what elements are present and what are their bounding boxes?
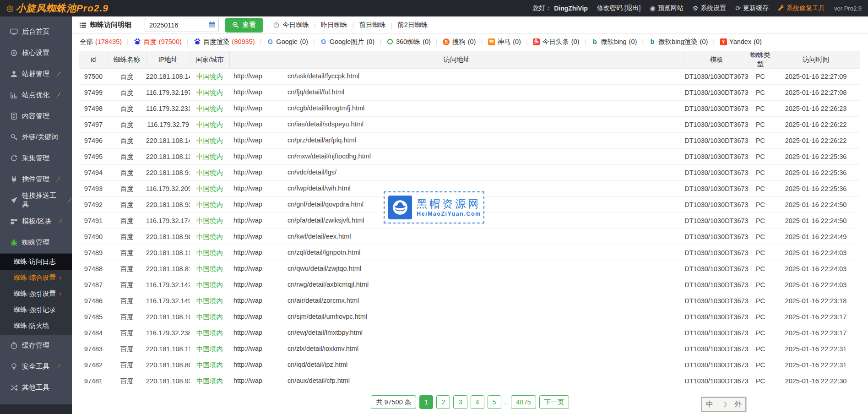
cell-visit-time: 2025-01-16 22:25:36 bbox=[772, 181, 860, 197]
sidebar-subitem-4[interactable]: 蜘蛛·防火墙 bbox=[0, 318, 72, 334]
sogou-icon: S bbox=[443, 38, 450, 45]
page-1[interactable]: 1 bbox=[419, 395, 433, 409]
update-cache-link[interactable]: ⟳ 更新缓存 bbox=[735, 4, 769, 12]
preview-site-link[interactable]: ◉ 预览网站 bbox=[650, 4, 684, 12]
filter-微软bing[interactable]: b 微软bing (0) bbox=[591, 38, 637, 46]
cell-template: DT1030/1030DT3673 bbox=[684, 261, 749, 277]
sidebar-item-13[interactable]: 其他工具 bbox=[0, 377, 72, 398]
quick-link-3[interactable]: 前2日蜘蛛 bbox=[397, 21, 428, 29]
filter-360蜘蛛[interactable]: 360蜘蛛 (0) bbox=[386, 38, 431, 46]
filter-separator: | bbox=[642, 38, 644, 45]
cell-id: 97498 bbox=[79, 101, 108, 117]
sidebar-item-5[interactable]: 外链/关键词 bbox=[0, 126, 72, 147]
table-row: 97484 百度 116.179.32.238 中国境内 http://wapc… bbox=[79, 325, 860, 341]
sidebar-item-1[interactable]: 核心设置 bbox=[0, 42, 72, 63]
system-settings-link[interactable]: ⚙ 系统设置 bbox=[693, 4, 727, 12]
magnifier-icon bbox=[232, 22, 239, 28]
sidebar-item-6[interactable]: 采集管理 bbox=[0, 147, 72, 169]
filter-separator: | bbox=[436, 38, 438, 45]
cell-id: 97481 bbox=[79, 373, 108, 389]
page-2[interactable]: 2 bbox=[436, 395, 450, 409]
quick-link-0[interactable]: 今日蜘蛛 bbox=[273, 21, 309, 29]
sidebar-subitem-0[interactable]: 蜘蛛·访问日志 bbox=[0, 254, 72, 270]
sidebar-item-11[interactable]: 缓存管理 bbox=[0, 335, 72, 356]
sidebar-item-10[interactable]: 蜘蛛管理 bbox=[0, 232, 72, 253]
sidebar-item-12[interactable]: 安全工具 bbox=[0, 356, 72, 377]
up-arrow-icon: ↑ bbox=[59, 274, 62, 282]
cell-template: DT1030/1030DT3673 bbox=[684, 325, 749, 341]
sidebar-item-3[interactable]: 站点优化 bbox=[0, 84, 72, 105]
filter-百度[interactable]: 百度 (97500) bbox=[134, 38, 182, 46]
toolbar: 蜘蛛访问明细 查看 今日蜘蛛|昨日蜘蛛|前日蜘蛛|前2日蜘蛛 bbox=[72, 16, 868, 34]
sidebar-item-0[interactable]: 后台首页 bbox=[0, 21, 72, 42]
filter-搜狗[interactable]: S 搜狗 (0) bbox=[443, 38, 476, 46]
filter-Google图片[interactable]: G Google图片 (0) bbox=[320, 38, 375, 46]
timer-icon bbox=[10, 342, 18, 349]
page-5[interactable]: 5 bbox=[488, 395, 501, 409]
filter-全部[interactable]: 全部 (178435) bbox=[80, 38, 122, 46]
ime-glyph-1[interactable]: ☽ bbox=[721, 400, 727, 409]
censored-domain bbox=[263, 344, 287, 354]
filter-Google[interactable]: G Google (0) bbox=[266, 38, 308, 45]
page-4[interactable]: 4 bbox=[471, 395, 484, 409]
sidebar-subitem-3[interactable]: 蜘蛛·强引记录 bbox=[0, 302, 72, 318]
sidebar-subitem-2[interactable]: 蜘蛛·强引设置 ↑ bbox=[0, 286, 72, 302]
filter-separator: | bbox=[481, 38, 483, 45]
filter-微软bing渲染[interactable]: b 微软bing渲染 (0) bbox=[649, 38, 708, 46]
page-3[interactable]: 3 bbox=[453, 395, 467, 409]
cell-visit-time: 2025-01-16 22:23:18 bbox=[772, 293, 860, 309]
cell-id: 97494 bbox=[79, 165, 108, 181]
cell-url: http://wapcn/ewj/detail/lmxtbpy.html bbox=[229, 325, 684, 341]
quick-links: 今日蜘蛛|昨日蜘蛛|前日蜘蛛|前2日蜘蛛 bbox=[273, 21, 428, 29]
cell-id: 97497 bbox=[79, 117, 108, 133]
spider-submenu: 蜘蛛·访问日志 蜘蛛·综合设置 ↑ 蜘蛛·强引设置 ↑ 蜘蛛·强引记录 蜘蛛·防… bbox=[0, 253, 72, 335]
sidebar-item-8[interactable]: 链接推送工具 bbox=[0, 190, 72, 211]
quick-link-1[interactable]: 昨日蜘蛛 bbox=[321, 21, 347, 29]
quick-link-2[interactable]: 前日蜘蛛 bbox=[359, 21, 386, 29]
ime-language-bar[interactable]: 中☽外 bbox=[701, 397, 746, 412]
censored-domain bbox=[263, 168, 287, 178]
bing-icon: b bbox=[649, 38, 656, 45]
cell-country: 中国境内 bbox=[190, 357, 229, 373]
cell-spider-name: 百度 bbox=[108, 117, 146, 133]
cell-template: DT1030/1030DT3673 bbox=[684, 85, 749, 101]
cell-spider-name: 百度 bbox=[108, 341, 146, 357]
filter-神马[interactable]: 神 神马 (0) bbox=[488, 38, 521, 46]
censored-domain bbox=[263, 216, 287, 226]
cell-visit-time: 2025-01-16 22:26:22 bbox=[772, 133, 860, 149]
sidebar-item-7[interactable]: 插件管理 bbox=[0, 169, 72, 190]
cell-spider-type: PC bbox=[749, 165, 772, 181]
user-icon bbox=[10, 70, 18, 78]
change-password-link[interactable]: 修改密码 [退出] bbox=[597, 4, 641, 12]
cell-visit-time: 2025-01-16 22:24:49 bbox=[772, 229, 860, 245]
list-icon bbox=[79, 22, 87, 29]
repair-tool-link[interactable]: 系统修复工具 bbox=[778, 4, 825, 12]
page-last[interactable]: 4875 bbox=[511, 395, 536, 409]
sidebar-subitem-1[interactable]: 蜘蛛·综合设置 ↑ bbox=[0, 270, 72, 286]
table-body: 97500 百度 220.181.108.145 中国境内 http://wap… bbox=[79, 69, 860, 389]
table-row: 97482 百度 220.181.108.80 中国境内 http://wapc… bbox=[79, 357, 860, 373]
sidebar-item-4[interactable]: 内容管理 bbox=[0, 105, 72, 126]
sidebar-item-2[interactable]: 站群管理 bbox=[0, 63, 72, 84]
filter-百度渲染[interactable]: 百度渲染 (80935) bbox=[194, 38, 255, 46]
censored-domain bbox=[263, 232, 287, 242]
next-page-button[interactable]: 下一页 bbox=[539, 395, 570, 409]
censored-domain bbox=[263, 200, 287, 210]
calendar-icon[interactable] bbox=[208, 21, 216, 28]
ime-glyph-0[interactable]: 中 bbox=[706, 400, 713, 409]
sidebar-item-9[interactable]: 模板/区块 bbox=[0, 211, 72, 232]
cell-id: 97490 bbox=[79, 229, 108, 245]
filter-separator: | bbox=[713, 38, 715, 45]
cell-url: http://wapcn/cgb/detail/krogtmfj.html bbox=[229, 101, 684, 117]
cell-country: 中国境内 bbox=[190, 181, 229, 197]
cell-spider-type: PC bbox=[749, 69, 772, 85]
date-input[interactable] bbox=[145, 18, 219, 32]
cell-url: http://wapcn/zlx/detail/ioxkmv.html bbox=[229, 341, 684, 357]
filter-Yandex[interactable]: Y Yandex (0) bbox=[720, 38, 762, 45]
view-button[interactable]: 查看 bbox=[225, 18, 263, 33]
ime-glyph-2[interactable]: 外 bbox=[734, 400, 742, 409]
cell-spider-name: 百度 bbox=[108, 309, 146, 325]
table-row: 97496 百度 220.181.108.144 中国境内 http://wap… bbox=[79, 133, 860, 149]
censored-domain bbox=[263, 71, 287, 82]
filter-今日头条[interactable]: 头 今日头条 (0) bbox=[533, 38, 580, 46]
